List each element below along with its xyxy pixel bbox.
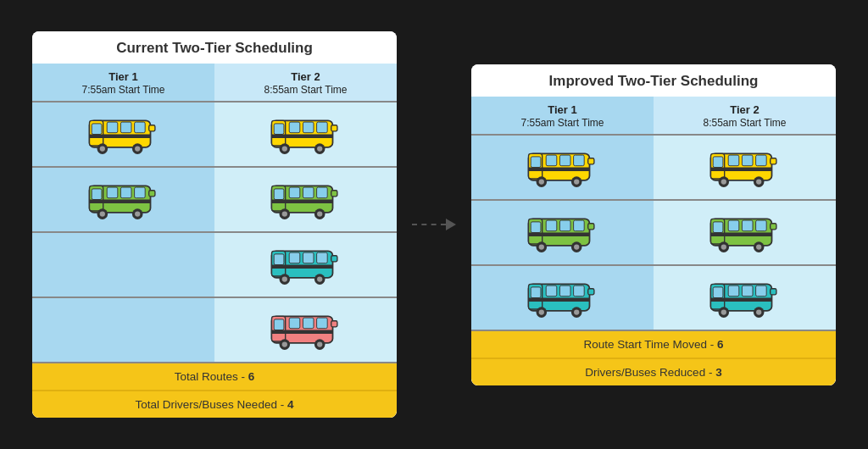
dashed-line bbox=[412, 224, 446, 225]
right-bus-cell-3-1 bbox=[471, 266, 654, 330]
right-bus-cell-1-1 bbox=[471, 136, 654, 199]
svg-rect-53 bbox=[316, 252, 327, 263]
right-stats: Route Start Time Moved - 6 Drivers/Buses… bbox=[471, 330, 836, 385]
svg-point-82 bbox=[574, 179, 579, 184]
svg-rect-136 bbox=[742, 285, 753, 297]
svg-rect-90 bbox=[710, 167, 771, 171]
left-bus-cell-2-1 bbox=[32, 168, 214, 231]
svg-rect-78 bbox=[528, 167, 589, 171]
left-bus-cell-3-2 bbox=[214, 233, 397, 297]
svg-point-44 bbox=[281, 211, 287, 216]
right-bus-row-1 bbox=[471, 134, 836, 199]
left-bus-cell-3-1 bbox=[32, 233, 214, 297]
svg-rect-42 bbox=[271, 200, 332, 204]
svg-rect-99 bbox=[546, 220, 557, 231]
right-stat-2: Drivers/Buses Reduced - 3 bbox=[471, 358, 836, 385]
svg-rect-88 bbox=[742, 155, 753, 166]
right-green-bus-2 bbox=[707, 209, 783, 256]
svg-rect-26 bbox=[92, 189, 102, 200]
svg-point-104 bbox=[538, 244, 543, 249]
right-tier-headers: Tier 1 7:55am Start Time Tier 2 8:55am S… bbox=[471, 97, 836, 134]
svg-rect-35 bbox=[148, 191, 154, 197]
svg-rect-4 bbox=[120, 122, 131, 133]
svg-rect-51 bbox=[289, 252, 300, 263]
svg-rect-74 bbox=[531, 156, 541, 167]
svg-rect-16 bbox=[303, 122, 314, 133]
svg-rect-86 bbox=[713, 156, 723, 167]
svg-rect-102 bbox=[528, 232, 589, 236]
svg-rect-101 bbox=[573, 220, 584, 231]
right-tier1-header: Tier 1 7:55am Start Time bbox=[471, 97, 654, 134]
svg-point-58 bbox=[317, 276, 322, 281]
svg-point-118 bbox=[756, 244, 761, 249]
left-bus-row-3 bbox=[32, 231, 397, 297]
svg-rect-2 bbox=[92, 124, 102, 135]
svg-rect-39 bbox=[289, 187, 300, 198]
left-bus-row-2 bbox=[32, 166, 397, 231]
svg-rect-71 bbox=[331, 321, 337, 327]
svg-rect-123 bbox=[546, 285, 557, 297]
svg-rect-40 bbox=[303, 187, 314, 198]
green-bus-icon bbox=[86, 176, 162, 223]
svg-point-46 bbox=[317, 211, 322, 216]
svg-point-140 bbox=[721, 309, 726, 314]
dashed-arrow bbox=[412, 219, 456, 230]
svg-rect-14 bbox=[274, 124, 284, 135]
svg-rect-52 bbox=[303, 252, 314, 263]
green-bus-icon-2 bbox=[268, 176, 344, 223]
svg-rect-100 bbox=[559, 220, 570, 231]
left-bus-cell-1-2 bbox=[214, 103, 397, 166]
svg-rect-11 bbox=[148, 125, 154, 131]
svg-rect-122 bbox=[531, 286, 541, 297]
svg-rect-111 bbox=[728, 220, 739, 231]
right-green-bus-1 bbox=[525, 209, 601, 256]
right-bus-row-2 bbox=[471, 199, 836, 264]
left-bus-row-1 bbox=[32, 101, 397, 166]
arrow-connector bbox=[412, 219, 456, 230]
right-diagram: Improved Two-Tier Scheduling Tier 1 7:55… bbox=[471, 64, 836, 385]
left-stats: Total Routes - 6 Total Drivers/Buses Nee… bbox=[32, 362, 397, 418]
svg-rect-76 bbox=[559, 155, 570, 166]
pink-bus-icon bbox=[268, 307, 344, 353]
right-bus-cell-1-2 bbox=[654, 136, 836, 199]
svg-rect-138 bbox=[710, 297, 771, 302]
left-bus-cell-1-1 bbox=[32, 103, 214, 166]
svg-rect-41 bbox=[316, 187, 327, 198]
svg-rect-47 bbox=[331, 191, 337, 197]
svg-point-70 bbox=[317, 341, 322, 346]
svg-point-142 bbox=[756, 309, 761, 314]
svg-point-106 bbox=[574, 244, 579, 249]
svg-rect-143 bbox=[770, 288, 776, 294]
right-title: Improved Two-Tier Scheduling bbox=[471, 64, 836, 97]
svg-rect-134 bbox=[713, 286, 723, 297]
svg-point-34 bbox=[135, 211, 140, 216]
svg-rect-18 bbox=[271, 135, 332, 139]
left-bus-row-4 bbox=[32, 297, 397, 362]
svg-rect-17 bbox=[316, 122, 327, 133]
svg-rect-28 bbox=[120, 187, 131, 198]
svg-point-128 bbox=[538, 309, 543, 314]
svg-rect-75 bbox=[546, 155, 557, 166]
svg-rect-50 bbox=[274, 254, 284, 265]
right-teal-bus-1 bbox=[525, 274, 601, 321]
arrow-head-icon bbox=[446, 219, 456, 230]
left-tier2-header: Tier 2 8:55am Start Time bbox=[214, 64, 397, 101]
right-bus-cell-2-2 bbox=[654, 201, 836, 264]
svg-rect-125 bbox=[573, 285, 584, 297]
left-bus-cell-2-2 bbox=[214, 168, 397, 231]
svg-rect-59 bbox=[331, 256, 337, 262]
svg-rect-135 bbox=[728, 285, 739, 297]
svg-rect-137 bbox=[755, 285, 766, 297]
svg-point-20 bbox=[281, 146, 287, 151]
svg-rect-62 bbox=[274, 319, 284, 330]
svg-rect-66 bbox=[271, 330, 332, 335]
yellow-bus-icon-2 bbox=[268, 111, 344, 158]
svg-rect-3 bbox=[107, 122, 118, 133]
svg-rect-95 bbox=[770, 158, 776, 164]
svg-rect-38 bbox=[274, 189, 284, 200]
svg-rect-15 bbox=[289, 122, 300, 133]
svg-point-116 bbox=[721, 244, 726, 249]
svg-rect-6 bbox=[89, 135, 150, 139]
svg-rect-63 bbox=[289, 318, 300, 329]
main-container: Current Two-Tier Scheduling Tier 1 7:55a… bbox=[15, 14, 853, 435]
